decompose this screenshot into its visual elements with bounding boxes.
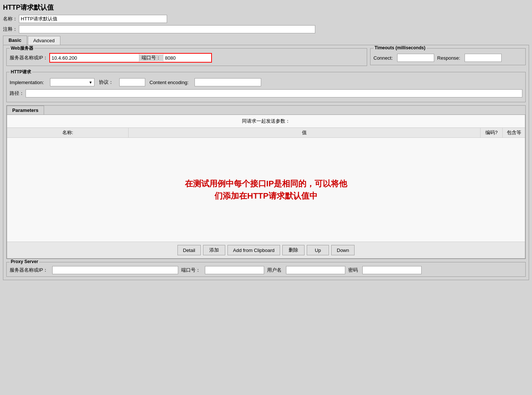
timeouts-title: Timeouts (milliseconds) bbox=[373, 45, 426, 50]
path-label: 路径： bbox=[10, 90, 24, 97]
tab-advanced[interactable]: Advanced bbox=[28, 36, 60, 45]
proxy-port-input[interactable] bbox=[205, 266, 264, 274]
http-request-section: HTTP请求 Implementation: ▼ 协议： Content enc… bbox=[6, 72, 526, 102]
params-header: 同请求一起发送参数： bbox=[7, 115, 525, 128]
page-title: HTTP请求默认值 bbox=[3, 3, 529, 12]
col-encode: 编码? bbox=[481, 128, 503, 137]
up-button[interactable]: Up bbox=[307, 245, 329, 255]
web-server-section: Web服务器 服务器名称或IP： 端口号： bbox=[6, 48, 367, 66]
add-button[interactable]: 添加 bbox=[203, 245, 225, 255]
col-value: 值 bbox=[129, 128, 481, 137]
proxy-section: Proxy Server 服务器名称或IP： 端口号： 用户名 密码 bbox=[6, 262, 526, 277]
dropdown-arrow: ▼ bbox=[89, 80, 93, 84]
annotation-text: 在测试用例中每个接口IP是相同的，可以将他们添加在HTTP请求默认值中 bbox=[177, 170, 355, 209]
name-label: 名称： bbox=[3, 16, 17, 22]
params-buttons: Detail 添加 Add from Clipboard 删除 Up Down bbox=[7, 242, 525, 258]
proxy-password-label: 密码 bbox=[348, 267, 358, 273]
connect-label: Connect: bbox=[373, 55, 393, 61]
params-section: Parameters 同请求一起发送参数： 名称: 值 编码? 包含等 在测试用… bbox=[6, 105, 526, 259]
timeout-row: Connect: Response: bbox=[373, 54, 502, 62]
col-include: 包含等 bbox=[503, 128, 525, 137]
encoding-input[interactable] bbox=[194, 78, 261, 86]
path-row: 路径： bbox=[10, 89, 522, 97]
server-label: 服务器名称或IP： bbox=[10, 54, 48, 61]
tabs-row: Basic Advanced bbox=[3, 36, 529, 45]
params-tab-row: Parameters bbox=[7, 106, 525, 114]
comment-label: 注释： bbox=[3, 26, 17, 33]
params-columns: 名称: 值 编码? 包含等 bbox=[7, 128, 525, 138]
delete-button[interactable]: 删除 bbox=[282, 245, 305, 255]
protocol-label: 协议： bbox=[99, 79, 113, 86]
proxy-server-label: 服务器名称或IP： bbox=[10, 267, 48, 273]
encoding-label: Content encoding: bbox=[150, 80, 189, 85]
down-button[interactable]: Down bbox=[331, 245, 355, 255]
connect-input[interactable] bbox=[397, 54, 434, 62]
response-label: Response: bbox=[437, 55, 460, 61]
proxy-title: Proxy Server bbox=[10, 259, 39, 264]
proxy-password-input[interactable] bbox=[362, 266, 422, 274]
proxy-port-label: 端口号： bbox=[181, 267, 200, 273]
proxy-row: 服务器名称或IP： 端口号： 用户名 密码 bbox=[10, 266, 522, 274]
detail-button[interactable]: Detail bbox=[177, 245, 201, 255]
col-name: 名称: bbox=[7, 128, 129, 137]
params-tab[interactable]: Parameters bbox=[7, 106, 44, 114]
port-label: 端口号： bbox=[139, 54, 163, 61]
tab-basic[interactable]: Basic bbox=[3, 36, 27, 45]
web-server-title: Web服务器 bbox=[10, 45, 34, 52]
name-row: 名称： bbox=[3, 15, 529, 23]
impl-label: Implementation: bbox=[10, 80, 44, 85]
proxy-server-input[interactable] bbox=[52, 266, 178, 274]
comment-input[interactable] bbox=[19, 25, 315, 33]
tabs-container: Basic Advanced Web服务器 服务器名称或IP： bbox=[3, 36, 529, 280]
path-input[interactable] bbox=[26, 89, 522, 97]
add-clipboard-button[interactable]: Add from Clipboard bbox=[227, 245, 280, 255]
params-content: 同请求一起发送参数： 名称: 值 编码? 包含等 在测试用例中每个接口IP是相同… bbox=[7, 114, 525, 259]
http-request-title: HTTP请求 bbox=[10, 69, 32, 75]
impl-select[interactable]: ▼ bbox=[50, 78, 94, 86]
server-input[interactable] bbox=[50, 54, 139, 62]
proxy-user-label: 用户名 bbox=[267, 267, 282, 273]
protocol-input[interactable] bbox=[119, 78, 145, 86]
name-input[interactable] bbox=[19, 15, 167, 23]
response-input[interactable] bbox=[465, 54, 502, 62]
comment-row: 注释： bbox=[3, 25, 529, 33]
server-row: 服务器名称或IP： 端口号： bbox=[10, 53, 364, 63]
timeouts-section: Timeouts (milliseconds) Connect: Respons… bbox=[370, 48, 526, 65]
port-input[interactable] bbox=[163, 54, 211, 62]
proxy-user-input[interactable] bbox=[286, 266, 345, 274]
tab-content: Web服务器 服务器名称或IP： 端口号： bbox=[3, 45, 529, 280]
impl-row: Implementation: ▼ 协议： Content encoding: bbox=[10, 78, 522, 86]
params-body: 在测试用例中每个接口IP是相同的，可以将他们添加在HTTP请求默认值中 bbox=[7, 138, 525, 242]
